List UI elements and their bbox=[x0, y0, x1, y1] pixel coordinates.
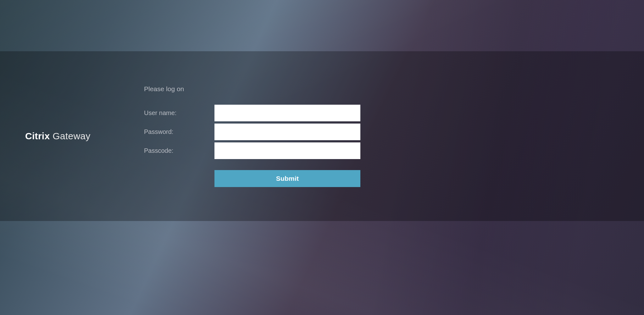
login-panel-inner: Citrix Gateway Please log on User name: … bbox=[0, 85, 644, 187]
login-form: Please log on User name: Password: Passc… bbox=[144, 85, 360, 187]
product-logo: Citrix Gateway bbox=[25, 131, 144, 141]
submit-row: Submit bbox=[144, 170, 360, 187]
submit-button[interactable]: Submit bbox=[214, 170, 360, 187]
submit-spacer bbox=[144, 170, 214, 187]
login-instruction: Please log on bbox=[144, 85, 360, 93]
passcode-input[interactable] bbox=[214, 142, 360, 159]
logo-product: Gateway bbox=[53, 131, 91, 141]
password-label: Password: bbox=[144, 128, 214, 135]
username-row: User name: bbox=[144, 105, 360, 121]
logo-brand: Citrix bbox=[25, 131, 50, 141]
username-label: User name: bbox=[144, 109, 214, 117]
password-row: Password: bbox=[144, 124, 360, 140]
product-logo-text: Citrix Gateway bbox=[25, 131, 144, 141]
login-panel: Citrix Gateway Please log on User name: … bbox=[0, 51, 644, 221]
username-input[interactable] bbox=[214, 105, 360, 121]
password-input[interactable] bbox=[214, 124, 360, 140]
passcode-row: Passcode: bbox=[144, 142, 360, 159]
passcode-label: Passcode: bbox=[144, 147, 214, 154]
